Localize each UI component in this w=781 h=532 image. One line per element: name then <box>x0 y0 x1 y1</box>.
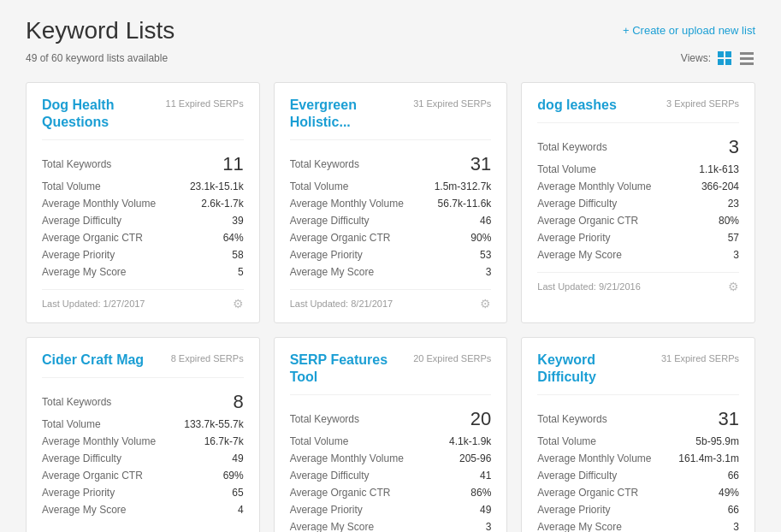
stat-label: Average Priority <box>537 232 610 244</box>
stat-value: 5b-95.9m <box>695 435 739 447</box>
stat-row: Total Volume23.1k-15.1k <box>42 178 244 195</box>
stat-value: 58 <box>232 249 243 261</box>
available-text: 49 of 60 keyword lists available <box>26 52 168 64</box>
stat-row: Average Difficulty49 <box>42 450 244 467</box>
stat-row: Total Volume4.1k-1.9k <box>290 433 492 450</box>
page-title: Keyword Lists <box>26 17 175 44</box>
stat-row: Total Volume1.5m-312.7k <box>290 178 492 195</box>
stat-row: Total Volume1.1k-613 <box>537 161 739 178</box>
stat-value: 41 <box>480 470 491 482</box>
stat-value: 11 <box>222 153 243 175</box>
stat-label: Average My Score <box>290 266 375 278</box>
stat-label: Total Keywords <box>42 158 111 170</box>
svg-rect-1 <box>725 51 731 57</box>
card-stats: Total Keywords20Total Volume4.1k-1.9kAve… <box>290 405 492 532</box>
stat-row: Average Monthly Volume161.4m-3.1m <box>537 450 739 467</box>
stat-value: 4.1k-1.9k <box>449 435 491 447</box>
card-header: SERP Features Tool20 Expired SERPs <box>290 352 492 395</box>
svg-rect-2 <box>718 59 724 65</box>
stat-row: Average Priority57 <box>537 229 739 246</box>
views-label: Views: <box>681 52 711 64</box>
expired-serps-badge: 8 Expired SERPs <box>171 353 244 364</box>
stat-label: Total Keywords <box>42 396 111 408</box>
stat-value: 4 <box>238 504 244 516</box>
stat-label: Average Monthly Volume <box>290 452 404 464</box>
stat-row: Average Priority49 <box>290 501 492 518</box>
stat-label: Average Difficulty <box>290 470 370 482</box>
last-updated-text: Last Updated: 1/27/2017 <box>42 299 145 309</box>
stat-value: 31 <box>719 408 739 430</box>
expired-serps-badge: 31 Expired SERPs <box>413 98 491 109</box>
stat-label: Average My Score <box>537 249 622 261</box>
views-container: Views: <box>681 50 755 67</box>
stat-label: Average Priority <box>42 249 115 261</box>
card-stats: Total Keywords3Total Volume1.1k-613Avera… <box>537 133 739 263</box>
card-footer: Last Updated: 1/27/2017⚙ <box>42 289 244 310</box>
stat-row: Average Priority53 <box>290 246 492 263</box>
stat-value: 366-204 <box>701 180 739 192</box>
cards-grid: Dog Health Questions11 Expired SERPsTota… <box>26 82 755 532</box>
keyword-list-card: Keyword Difficulty31 Expired SERPsTotal … <box>521 337 755 532</box>
subheader: 49 of 60 keyword lists available Views: <box>26 50 755 67</box>
gear-icon[interactable]: ⚙ <box>728 280 739 293</box>
stat-row: Average Monthly Volume2.6k-1.7k <box>42 195 244 212</box>
stat-label: Average Monthly Volume <box>537 180 651 192</box>
stat-value: 90% <box>470 232 491 244</box>
stat-value: 23.1k-15.1k <box>190 180 244 192</box>
stat-label: Average Difficulty <box>537 470 617 482</box>
stat-label: Average My Score <box>42 266 127 278</box>
stat-label: Average Organic CTR <box>290 232 391 244</box>
stat-label: Average Monthly Volume <box>42 435 156 447</box>
create-upload-link[interactable]: + Create or upload new list <box>623 24 755 37</box>
page-wrapper: Keyword Lists + Create or upload new lis… <box>0 0 781 532</box>
gear-icon[interactable]: ⚙ <box>233 297 244 310</box>
stat-label: Average My Score <box>42 504 127 516</box>
card-header: Cider Craft Mag8 Expired SERPs <box>42 352 244 378</box>
stat-value: 3 <box>729 136 739 158</box>
stat-row: Average Organic CTR64% <box>42 229 244 246</box>
stat-label: Average Monthly Volume <box>42 198 156 210</box>
list-view-icon[interactable] <box>738 50 755 67</box>
card-title[interactable]: Dog Health Questions <box>42 97 157 131</box>
card-title[interactable]: Evergreen Holistic... <box>290 97 405 131</box>
stat-row: Total Volume133.7k-55.7k <box>42 416 244 433</box>
stat-label: Average Priority <box>290 249 363 261</box>
stat-value: 56.7k-11.6k <box>438 198 492 210</box>
card-title[interactable]: SERP Features Tool <box>290 352 405 386</box>
stat-row: Average Organic CTR49% <box>537 484 739 501</box>
stat-value: 3 <box>486 521 492 532</box>
stat-row: Average My Score5 <box>42 263 244 281</box>
stat-label: Total Volume <box>290 180 349 192</box>
card-title[interactable]: Cider Craft Mag <box>42 352 163 369</box>
stat-value: 2.6k-1.7k <box>201 198 243 210</box>
last-updated-text: Last Updated: 8/21/2017 <box>290 299 393 309</box>
stat-label: Average Difficulty <box>290 215 370 227</box>
stat-value: 39 <box>232 215 243 227</box>
stat-row: Average Organic CTR90% <box>290 229 492 246</box>
stat-value: 3 <box>486 266 492 278</box>
gear-icon[interactable]: ⚙ <box>480 297 491 310</box>
svg-rect-0 <box>718 51 724 57</box>
stat-row: Average My Score3 <box>537 518 739 532</box>
stat-row: Average Difficulty66 <box>537 467 739 484</box>
stat-row: Total Keywords31 <box>537 405 739 433</box>
stat-row: Average Organic CTR69% <box>42 467 244 484</box>
stat-row: Total Keywords20 <box>290 405 492 433</box>
stat-label: Average Organic CTR <box>42 232 143 244</box>
stat-label: Total Keywords <box>537 141 606 153</box>
stat-label: Average Difficulty <box>537 198 617 210</box>
card-title[interactable]: Keyword Difficulty <box>537 352 653 386</box>
stat-label: Average My Score <box>290 521 375 532</box>
stat-value: 3 <box>733 249 739 261</box>
card-title[interactable]: dog leashes <box>537 97 658 114</box>
stat-label: Total Keywords <box>537 413 606 425</box>
svg-rect-3 <box>725 59 731 65</box>
stat-value: 16.7k-7k <box>204 435 244 447</box>
grid-view-icon[interactable] <box>716 50 733 67</box>
stat-row: Average Organic CTR86% <box>290 484 492 501</box>
card-header: Dog Health Questions11 Expired SERPs <box>42 97 244 140</box>
expired-serps-badge: 31 Expired SERPs <box>661 353 739 364</box>
svg-rect-4 <box>740 52 754 55</box>
stat-value: 57 <box>728 232 739 244</box>
stat-value: 5 <box>238 266 244 278</box>
